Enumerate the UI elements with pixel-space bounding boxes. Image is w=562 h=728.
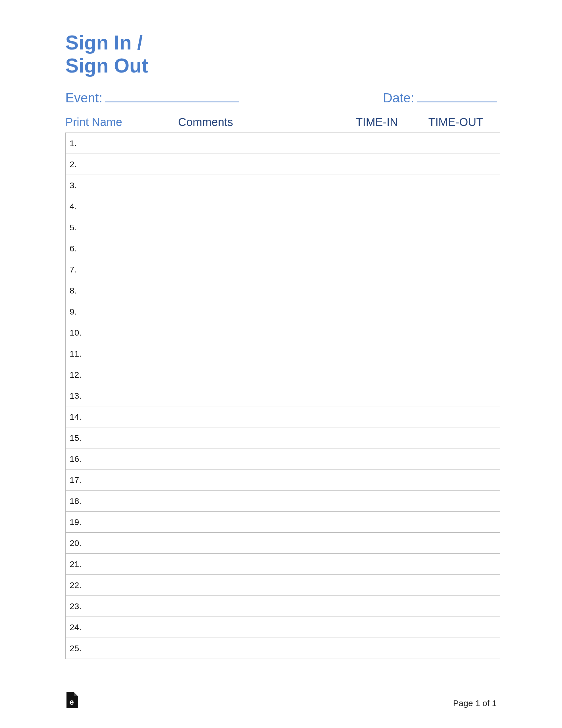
cell-time-in[interactable] [341,470,418,491]
cell-time-in[interactable] [341,596,418,617]
header-print-name: Print Name [65,116,178,129]
row-number: 9. [66,301,179,322]
cell-time-in[interactable] [341,575,418,596]
cell-time-out[interactable] [418,427,500,448]
cell-comments[interactable] [179,385,341,406]
date-blank-line[interactable] [417,91,497,102]
cell-comments[interactable] [179,491,341,512]
cell-comments[interactable] [179,470,341,491]
cell-time-in[interactable] [341,280,418,301]
cell-time-in[interactable] [341,638,418,659]
cell-time-out[interactable] [418,596,500,617]
cell-comments[interactable] [179,533,341,554]
cell-comments[interactable] [179,427,341,448]
cell-time-out[interactable] [418,343,500,364]
cell-time-in[interactable] [341,196,418,217]
cell-comments[interactable] [179,343,341,364]
cell-time-out[interactable] [418,448,500,470]
cell-time-out[interactable] [418,554,500,575]
cell-time-out[interactable] [418,575,500,596]
row-number: 19. [66,512,179,533]
table-row: 4. [66,196,500,217]
cell-time-in[interactable] [341,217,418,238]
cell-time-in[interactable] [341,512,418,533]
title-line-1: Sign In / [65,32,143,54]
table-row: 16. [66,448,500,470]
cell-time-out[interactable] [418,154,500,175]
table-row: 7. [66,259,500,280]
table-row: 21. [66,554,500,575]
cell-comments[interactable] [179,364,341,385]
cell-comments[interactable] [179,175,341,196]
row-number: 8. [66,280,179,301]
cell-comments[interactable] [179,238,341,259]
cell-time-out[interactable] [418,322,500,343]
cell-comments[interactable] [179,280,341,301]
cell-comments[interactable] [179,448,341,470]
cell-time-out[interactable] [418,259,500,280]
cell-comments[interactable] [179,301,341,322]
cell-comments[interactable] [179,217,341,238]
cell-comments[interactable] [179,133,341,154]
cell-time-in[interactable] [341,301,418,322]
cell-time-in[interactable] [341,343,418,364]
cell-time-in[interactable] [341,491,418,512]
cell-comments[interactable] [179,322,341,343]
table-row: 2. [66,154,500,175]
table-row: 15. [66,427,500,448]
cell-comments[interactable] [179,406,341,427]
cell-time-out[interactable] [418,491,500,512]
cell-time-in[interactable] [341,427,418,448]
cell-comments[interactable] [179,512,341,533]
cell-time-out[interactable] [418,364,500,385]
cell-time-in[interactable] [341,385,418,406]
cell-comments[interactable] [179,154,341,175]
table-row: 25. [66,638,500,659]
meta-row: Event: Date: [65,90,497,106]
cell-time-in[interactable] [341,259,418,280]
cell-time-out[interactable] [418,196,500,217]
table-row: 19. [66,512,500,533]
cell-comments[interactable] [179,554,341,575]
cell-comments[interactable] [179,638,341,659]
table-row: 5. [66,217,500,238]
cell-time-in[interactable] [341,406,418,427]
eforms-logo-icon: e [65,692,78,708]
cell-time-out[interactable] [418,406,500,427]
cell-time-in[interactable] [341,238,418,259]
event-blank-line[interactable] [105,91,239,102]
row-number: 6. [66,238,179,259]
cell-comments[interactable] [179,617,341,638]
page-number: Page 1 of 1 [453,698,497,708]
cell-comments[interactable] [179,259,341,280]
cell-time-out[interactable] [418,280,500,301]
cell-time-out[interactable] [418,217,500,238]
cell-time-out[interactable] [418,175,500,196]
cell-time-in[interactable] [341,364,418,385]
cell-time-in[interactable] [341,175,418,196]
table-row: 1. [66,133,500,154]
cell-time-in[interactable] [341,533,418,554]
cell-time-out[interactable] [418,133,500,154]
cell-time-out[interactable] [418,512,500,533]
cell-time-out[interactable] [418,617,500,638]
cell-time-in[interactable] [341,133,418,154]
row-number: 20. [66,533,179,554]
cell-time-in[interactable] [341,448,418,470]
table-row: 9. [66,301,500,322]
cell-time-in[interactable] [341,154,418,175]
cell-time-out[interactable] [418,385,500,406]
cell-time-out[interactable] [418,301,500,322]
cell-time-out[interactable] [418,533,500,554]
cell-comments[interactable] [179,196,341,217]
cell-time-out[interactable] [418,470,500,491]
cell-time-out[interactable] [418,638,500,659]
cell-time-out[interactable] [418,238,500,259]
cell-comments[interactable] [179,596,341,617]
cell-time-in[interactable] [341,322,418,343]
row-number: 23. [66,596,179,617]
cell-time-in[interactable] [341,617,418,638]
cell-time-in[interactable] [341,554,418,575]
cell-comments[interactable] [179,575,341,596]
row-number: 21. [66,554,179,575]
